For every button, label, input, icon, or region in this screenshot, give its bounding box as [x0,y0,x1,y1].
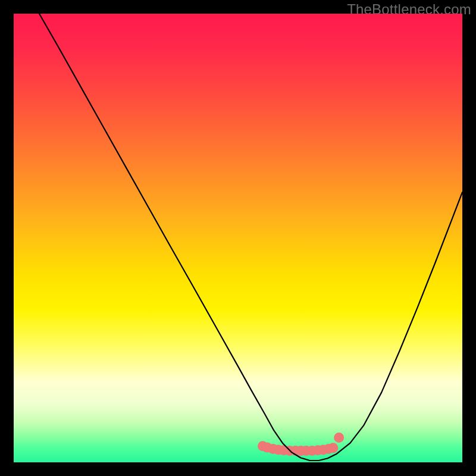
curve-path [39,14,462,461]
chart-svg [14,14,462,462]
marker-dot [328,443,338,453]
plot-area [14,14,462,462]
marker-layer [258,433,344,456]
chart-frame: TheBottleneck.com [0,0,476,476]
marker-dot [334,433,344,443]
